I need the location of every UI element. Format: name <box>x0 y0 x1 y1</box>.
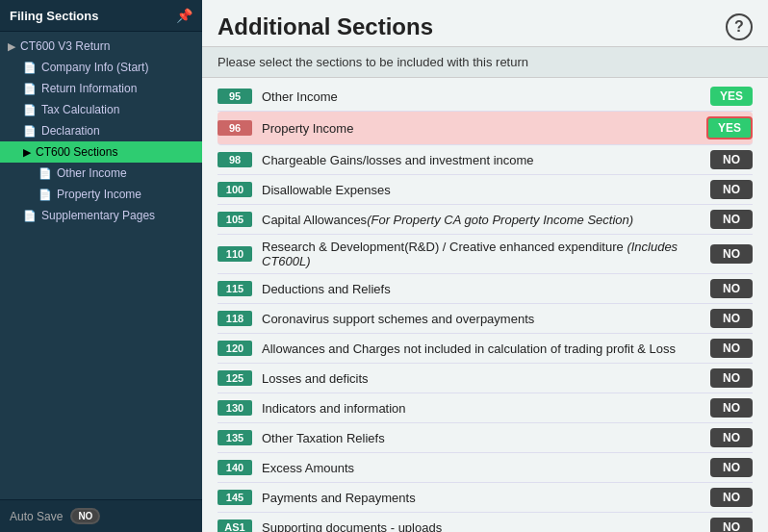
section-label: Payments and Repayments <box>262 491 710 505</box>
section-toggle-135[interactable]: NO <box>710 428 753 447</box>
sidebar-header: Filing Sections 📌 <box>0 0 202 32</box>
section-number: 100 <box>218 182 252 197</box>
section-row: 135Other Taxation ReliefsNO <box>218 423 753 453</box>
section-number: 118 <box>218 311 252 326</box>
section-row: 120Allowances and Charges not included i… <box>218 334 753 364</box>
section-label: Chargeable Gains/losses and investment i… <box>262 153 710 167</box>
section-toggle-125[interactable]: NO <box>710 368 753 388</box>
section-row: AS1Supporting documents - uploadsNO <box>218 513 753 532</box>
section-toggle-120[interactable]: NO <box>710 339 753 358</box>
section-toggle-118[interactable]: NO <box>710 309 753 328</box>
section-row: 98Chargeable Gains/losses and investment… <box>218 145 753 175</box>
autosave-state: NO <box>72 510 98 522</box>
section-label: Allowances and Charges not included in c… <box>262 342 710 356</box>
doc-icon: 📄 <box>23 210 37 222</box>
section-number: 140 <box>218 460 252 475</box>
section-label: Other Taxation Reliefs <box>262 431 710 445</box>
section-row: 96Property IncomeYES <box>218 112 753 145</box>
sidebar-footer: Auto Save NO <box>0 499 202 532</box>
sidebar-item-label: Declaration <box>41 124 100 138</box>
doc-icon: 📄 <box>38 189 52 201</box>
section-number: 125 <box>218 370 252 386</box>
sidebar-item-ct600-sections[interactable]: ▶CT600 Sections <box>0 141 202 163</box>
folder-icon: ▶ <box>8 40 15 53</box>
section-row: 110Research & Development(R&D) / Creativ… <box>218 235 753 274</box>
section-row: 140Excess AmountsNO <box>218 453 753 483</box>
section-number: 130 <box>218 400 252 416</box>
main-subtitle: Please select the sections to be include… <box>202 46 768 78</box>
section-label: Deductions and Reliefs <box>262 282 710 296</box>
section-toggle-100[interactable]: NO <box>710 180 753 199</box>
sidebar-item-declaration[interactable]: 📄Declaration <box>0 120 202 141</box>
section-number: 98 <box>218 152 252 167</box>
doc-icon: 📄 <box>23 125 37 138</box>
section-label: Disallowable Expenses <box>262 183 710 197</box>
section-number: 110 <box>218 246 252 262</box>
section-toggle-98[interactable]: NO <box>710 150 753 169</box>
main-content: Additional Sections ? Please select the … <box>202 0 768 532</box>
section-number: 105 <box>218 212 252 227</box>
section-label: Research & Development(R&D) / Creative e… <box>262 240 710 268</box>
section-toggle-96[interactable]: YES <box>706 116 753 139</box>
sidebar-title: Filing Sections <box>10 9 98 23</box>
section-label: Capital Allowances(For Property CA goto … <box>262 213 710 227</box>
main-header: Additional Sections ? <box>202 0 768 46</box>
help-button[interactable]: ? <box>726 13 753 40</box>
sidebar-item-label: Tax Calculation <box>41 103 119 116</box>
sidebar-item-label: Other Income <box>57 166 127 180</box>
section-label: Coronavirus support schemes and overpaym… <box>262 312 710 326</box>
section-toggle-110[interactable]: NO <box>710 244 753 264</box>
sidebar-item-supplementary[interactable]: 📄Supplementary Pages <box>0 205 202 226</box>
sidebar-item-return-info[interactable]: 📄Return Information <box>0 78 202 99</box>
section-number: 145 <box>218 490 252 505</box>
sections-list: 95Other IncomeYES96Property IncomeYES98C… <box>202 78 768 532</box>
sidebar: Filing Sections 📌 ▶CT600 V3 Return📄Compa… <box>0 0 202 532</box>
sidebar-item-ct600-v3[interactable]: ▶CT600 V3 Return <box>0 36 202 57</box>
doc-icon: 📄 <box>23 62 37 74</box>
section-row: 100Disallowable ExpensesNO <box>218 175 753 205</box>
section-row: 145Payments and RepaymentsNO <box>218 483 753 513</box>
section-row: 118Coronavirus support schemes and overp… <box>218 304 753 334</box>
section-toggle-115[interactable]: NO <box>710 279 753 298</box>
sidebar-nav: ▶CT600 V3 Return📄Company Info (Start)📄Re… <box>0 32 202 499</box>
section-row: 105Capital Allowances(For Property CA go… <box>218 205 753 235</box>
section-number: 115 <box>218 281 252 296</box>
folder-icon: ▶ <box>23 146 31 159</box>
section-toggle-95[interactable]: YES <box>710 87 753 106</box>
section-row: 95Other IncomeYES <box>218 82 753 112</box>
section-toggle-AS1[interactable]: NO <box>710 518 753 532</box>
section-number: 120 <box>218 341 252 356</box>
page-title: Additional Sections <box>218 13 433 40</box>
section-number: 135 <box>218 430 252 445</box>
section-toggle-105[interactable]: NO <box>710 210 753 229</box>
sidebar-item-label: Company Info (Start) <box>41 61 148 74</box>
section-row: 130Indicators and informationNO <box>218 393 753 423</box>
doc-icon: 📄 <box>38 167 52 180</box>
sidebar-item-label: Property Income <box>57 188 141 201</box>
section-row: 115Deductions and ReliefsNO <box>218 274 753 304</box>
doc-icon: 📄 <box>23 104 37 116</box>
sidebar-item-other-income[interactable]: 📄Other Income <box>0 163 202 184</box>
sidebar-item-company-info[interactable]: 📄Company Info (Start) <box>0 57 202 78</box>
section-toggle-145[interactable]: NO <box>710 488 753 507</box>
section-row: 125Losses and deficitsNO <box>218 364 753 393</box>
section-label: Property Income <box>262 121 706 136</box>
sidebar-item-label: CT600 Sections <box>36 145 117 159</box>
section-toggle-130[interactable]: NO <box>710 398 753 418</box>
sidebar-item-tax-calc[interactable]: 📄Tax Calculation <box>0 99 202 120</box>
section-label: Indicators and information <box>262 401 710 416</box>
autosave-label: Auto Save <box>10 510 63 523</box>
section-label: Supporting documents - uploads <box>262 520 710 533</box>
sidebar-item-label: CT600 V3 Return <box>20 39 110 53</box>
pin-icon[interactable]: 📌 <box>176 8 192 23</box>
section-number: 95 <box>218 89 252 104</box>
sidebar-item-property-income[interactable]: 📄Property Income <box>0 184 202 205</box>
section-label: Other Income <box>262 89 710 104</box>
sidebar-item-label: Supplementary Pages <box>41 209 155 222</box>
doc-icon: 📄 <box>23 83 37 95</box>
section-number: AS1 <box>218 519 252 532</box>
section-label: Excess Amounts <box>262 461 710 475</box>
section-label: Losses and deficits <box>262 371 710 386</box>
autosave-toggle[interactable]: NO <box>70 508 100 524</box>
section-toggle-140[interactable]: NO <box>710 458 753 477</box>
